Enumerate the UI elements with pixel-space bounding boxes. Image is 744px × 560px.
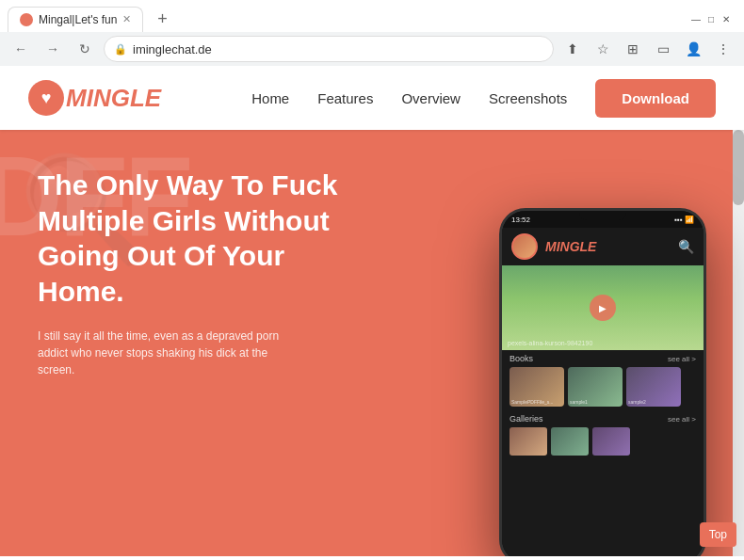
address-field[interactable]: 🔒 iminglechat.de xyxy=(104,36,554,62)
phone-search-icon: 🔍 xyxy=(678,239,694,254)
close-button[interactable]: ✕ xyxy=(720,12,733,25)
phone-gallery-1 xyxy=(509,427,547,456)
back-button[interactable]: ← xyxy=(8,36,34,62)
website: ♥ MINGLE Home Features Overview Screensh… xyxy=(0,66,744,556)
url-text: iminglechat.de xyxy=(133,42,543,56)
menu-button[interactable]: ⋮ xyxy=(710,36,736,62)
extensions-button[interactable]: ⊞ xyxy=(620,36,646,62)
window-controls: — □ ✕ xyxy=(689,12,733,25)
phone-galleries-row xyxy=(502,427,704,456)
phone-galleries-see-all[interactable]: see all > xyxy=(668,415,696,424)
hero-section: DFF 🔍 The Only Way To Fuck Multiple Girl… xyxy=(0,130,744,556)
phone-logo: MINGLE xyxy=(545,239,671,254)
phone-hero-image: ▶ pexels-alina-kurson-9842190 xyxy=(502,265,704,350)
logo-icon: ♥ xyxy=(28,80,64,116)
site-nav: ♥ MINGLE Home Features Overview Screensh… xyxy=(0,66,744,130)
back-icon: ← xyxy=(14,41,27,56)
download-button[interactable]: Download xyxy=(595,79,716,118)
profile-icon: 👤 xyxy=(686,41,702,56)
tab-close-icon[interactable]: ✕ xyxy=(122,13,131,25)
phone-thumb-3: sample2 xyxy=(626,367,681,407)
restore-button[interactable]: □ xyxy=(704,12,718,25)
phone-screen: 13:52 ▪▪▪ 📶 MINGLE 🔍 ▶ pexels-alina xyxy=(502,211,704,556)
logo-area: ♥ MINGLE xyxy=(28,80,161,116)
logo-heart-icon: ♥ xyxy=(41,88,52,108)
phone-img-credit: pexels-alina-kurson-9842190 xyxy=(508,340,592,346)
phone-mockup: 13:52 ▪▪▪ 📶 MINGLE 🔍 ▶ pexels-alina xyxy=(499,208,706,556)
phone-play-button: ▶ xyxy=(590,295,616,321)
phone-books-header: Books see all > xyxy=(502,350,704,367)
phone-signal: ▪▪▪ 📶 xyxy=(674,216,694,224)
phone-galleries-label: Galleries xyxy=(509,414,543,424)
phone-thumb-label-2: sample1 xyxy=(570,399,588,405)
star-icon: ☆ xyxy=(597,41,609,56)
cast-button[interactable]: ▭ xyxy=(650,36,676,62)
tab-title: Mingal|Let's fun xyxy=(39,13,117,26)
title-bar: Mingal|Let's fun ✕ + — □ ✕ xyxy=(0,0,744,32)
phone-app-nav: MINGLE 🔍 xyxy=(502,228,704,265)
phone-gallery-3 xyxy=(592,427,630,456)
phone-thumbnails: SamplePDFFile_s... sample1 sample2 xyxy=(502,367,704,410)
phone-books-label: Books xyxy=(509,354,533,363)
hero-subtext: I still say it all the time, even as a d… xyxy=(38,328,283,378)
browser-chrome: Mingal|Let's fun ✕ + — □ ✕ ← → ↻ 🔒 iming… xyxy=(0,0,744,66)
nav-links: Home Features Overview Screenshots xyxy=(251,90,567,106)
menu-icon: ⋮ xyxy=(717,41,730,56)
toolbar-icons: ⬆ ☆ ⊞ ▭ 👤 ⋮ xyxy=(559,36,736,62)
top-button[interactable]: Top xyxy=(700,522,736,547)
logo-text: MINGLE xyxy=(66,84,161,113)
phone-thumb-2: sample1 xyxy=(568,367,623,407)
new-tab-button[interactable]: + xyxy=(149,6,175,32)
phone-gallery-2 xyxy=(551,427,589,456)
nav-features[interactable]: Features xyxy=(317,90,373,106)
nav-overview[interactable]: Overview xyxy=(401,90,461,106)
minimize-button[interactable]: — xyxy=(689,12,703,25)
phone-thumb-label-3: sample2 xyxy=(628,399,646,405)
browser-tab[interactable]: Mingal|Let's fun ✕ xyxy=(8,7,143,32)
nav-screenshots[interactable]: Screenshots xyxy=(489,90,567,106)
lock-icon: 🔒 xyxy=(114,43,127,56)
phone-avatar xyxy=(511,233,538,260)
reload-button[interactable]: ↻ xyxy=(72,36,98,62)
phone-thumb-label-1: SamplePDFFile_s... xyxy=(511,399,553,405)
phone-galleries-header: Galleries see all > xyxy=(502,410,704,427)
hero-content: The Only Way To Fuck Multiple Girls With… xyxy=(0,130,744,556)
phone-notch xyxy=(579,211,626,220)
tab-favicon xyxy=(20,13,33,26)
nav-home[interactable]: Home xyxy=(251,90,289,106)
extension-icon: ⊞ xyxy=(627,41,639,56)
share-icon: ⬆ xyxy=(567,41,578,56)
cast-icon: ▭ xyxy=(657,41,670,56)
reload-icon: ↻ xyxy=(79,41,90,56)
profile-button[interactable]: 👤 xyxy=(680,36,706,62)
hero-heading: The Only Way To Fuck Multiple Girls With… xyxy=(38,168,339,309)
hero-left: The Only Way To Fuck Multiple Girls With… xyxy=(0,130,443,556)
phone-books-see-all[interactable]: see all > xyxy=(668,355,696,363)
share-button[interactable]: ⬆ xyxy=(559,36,586,62)
forward-icon: → xyxy=(46,41,59,56)
forward-button[interactable]: → xyxy=(40,36,66,62)
phone-time: 13:52 xyxy=(511,216,530,224)
phone-thumb-1: SamplePDFFile_s... xyxy=(509,367,564,407)
address-bar-row: ← → ↻ 🔒 iminglechat.de ⬆ ☆ ⊞ ▭ � xyxy=(0,32,744,66)
hero-right: 13:52 ▪▪▪ 📶 MINGLE 🔍 ▶ pexels-alina xyxy=(443,130,744,556)
bookmark-button[interactable]: ☆ xyxy=(590,36,616,62)
